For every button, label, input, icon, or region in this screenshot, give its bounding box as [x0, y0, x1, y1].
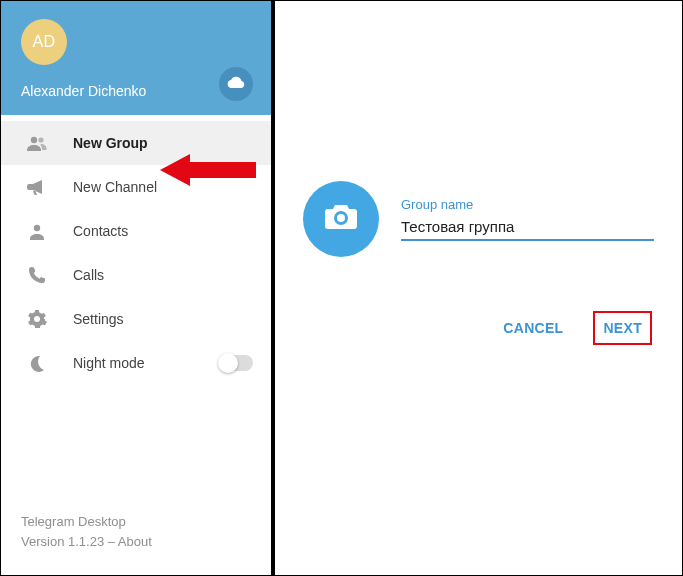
sidebar-item-new-channel[interactable]: New Channel — [1, 165, 271, 209]
app-window: AD Alexander Dichenko New Group New Ch — [0, 0, 683, 576]
cloud-icon — [226, 75, 246, 93]
new-group-dialog: Group name CANCEL NEXT — [275, 181, 682, 345]
saved-messages-button[interactable] — [219, 67, 253, 101]
sidebar-item-contacts[interactable]: Contacts — [1, 209, 271, 253]
sidebar-item-label: New Group — [73, 135, 148, 151]
camera-icon — [324, 203, 358, 235]
phone-icon — [25, 263, 49, 287]
cancel-button[interactable]: CANCEL — [503, 320, 563, 336]
sidebar: AD Alexander Dichenko New Group New Ch — [1, 1, 271, 575]
moon-icon — [25, 351, 49, 375]
group-name-field-wrap: Group name — [401, 197, 654, 241]
sidebar-item-label: Night mode — [73, 355, 145, 371]
sidebar-item-label: Contacts — [73, 223, 128, 239]
sidebar-item-label: Settings — [73, 311, 124, 327]
sidebar-item-label: Calls — [73, 267, 104, 283]
annotation-next-highlight: NEXT — [593, 311, 652, 345]
footer-version[interactable]: Version 1.1.23 – About — [21, 532, 251, 552]
sidebar-item-settings[interactable]: Settings — [1, 297, 271, 341]
sidebar-menu: New Group New Channel Contacts Calls — [1, 115, 271, 385]
sidebar-header: AD Alexander Dichenko — [1, 1, 271, 115]
svg-point-2 — [34, 225, 40, 231]
sidebar-footer: Telegram Desktop Version 1.1.23 – About — [1, 512, 271, 575]
night-mode-toggle[interactable] — [219, 355, 253, 371]
avatar[interactable]: AD — [21, 19, 67, 65]
dialog-actions: CANCEL NEXT — [303, 311, 654, 345]
group-photo-button[interactable] — [303, 181, 379, 257]
megaphone-icon — [25, 175, 49, 199]
sidebar-item-calls[interactable]: Calls — [1, 253, 271, 297]
group-name-label: Group name — [401, 197, 654, 212]
avatar-initials: AD — [32, 33, 55, 51]
user-name: Alexander Dichenko — [21, 83, 251, 99]
group-icon — [25, 131, 49, 155]
sidebar-item-new-group[interactable]: New Group — [1, 121, 271, 165]
svg-point-1 — [38, 137, 43, 142]
group-name-input[interactable] — [401, 214, 654, 241]
sidebar-item-label: New Channel — [73, 179, 157, 195]
footer-app-name: Telegram Desktop — [21, 512, 251, 532]
contact-icon — [25, 219, 49, 243]
main-pane: Group name CANCEL NEXT — [271, 1, 682, 575]
svg-point-0 — [31, 137, 37, 143]
gear-icon — [25, 307, 49, 331]
next-button[interactable]: NEXT — [603, 320, 642, 336]
sidebar-item-night-mode[interactable]: Night mode — [1, 341, 271, 385]
